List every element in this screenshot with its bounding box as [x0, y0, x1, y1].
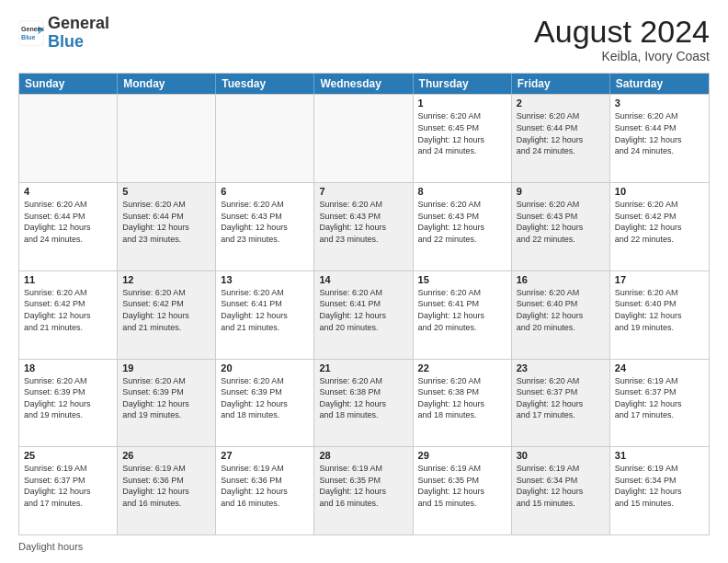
calendar-cell: 6Sunrise: 6:20 AM Sunset: 6:43 PM Daylig…: [216, 183, 314, 270]
day-number: 15: [418, 274, 506, 285]
cell-info: Sunrise: 6:19 AM Sunset: 6:34 PM Dayligh…: [517, 463, 605, 509]
calendar-cell: 11Sunrise: 6:20 AM Sunset: 6:42 PM Dayli…: [19, 271, 118, 359]
month-year: August 2024: [534, 15, 710, 49]
cell-info: Sunrise: 6:20 AM Sunset: 6:40 PM Dayligh…: [517, 287, 605, 333]
calendar-cell: 29Sunrise: 6:19 AM Sunset: 6:35 PM Dayli…: [414, 447, 512, 534]
day-number: 28: [319, 450, 407, 461]
day-number: 29: [418, 450, 506, 461]
calendar-cell: 19Sunrise: 6:20 AM Sunset: 6:39 PM Dayli…: [118, 360, 216, 447]
calendar-row: 11Sunrise: 6:20 AM Sunset: 6:42 PM Dayli…: [19, 270, 709, 359]
calendar-row: 4Sunrise: 6:20 AM Sunset: 6:44 PM Daylig…: [19, 182, 709, 270]
calendar-cell: 14Sunrise: 6:20 AM Sunset: 6:41 PM Dayli…: [314, 271, 413, 359]
calendar-cell: 17Sunrise: 6:20 AM Sunset: 6:40 PM Dayli…: [610, 271, 709, 359]
calendar-cell: 22Sunrise: 6:20 AM Sunset: 6:38 PM Dayli…: [414, 360, 512, 447]
cell-info: Sunrise: 6:19 AM Sunset: 6:36 PM Dayligh…: [122, 463, 210, 509]
cell-info: Sunrise: 6:20 AM Sunset: 6:42 PM Dayligh…: [615, 199, 704, 245]
cell-info: Sunrise: 6:20 AM Sunset: 6:42 PM Dayligh…: [122, 287, 210, 333]
header: General Blue General Blue August 2024 Ke…: [18, 15, 710, 63]
calendar-row: 18Sunrise: 6:20 AM Sunset: 6:39 PM Dayli…: [19, 359, 709, 447]
title-block: August 2024 Keibla, Ivory Coast: [534, 15, 710, 63]
calendar-cell: 4Sunrise: 6:20 AM Sunset: 6:44 PM Daylig…: [19, 183, 118, 270]
cell-info: Sunrise: 6:20 AM Sunset: 6:44 PM Dayligh…: [122, 199, 210, 245]
cell-info: Sunrise: 6:20 AM Sunset: 6:42 PM Dayligh…: [24, 287, 112, 333]
calendar-cell: 2Sunrise: 6:20 AM Sunset: 6:44 PM Daylig…: [512, 95, 610, 182]
calendar-cell: 15Sunrise: 6:20 AM Sunset: 6:41 PM Dayli…: [414, 271, 512, 359]
calendar-cell: [118, 95, 216, 182]
cell-info: Sunrise: 6:20 AM Sunset: 6:43 PM Dayligh…: [517, 199, 605, 245]
day-number: 27: [221, 450, 309, 461]
day-number: 10: [615, 186, 704, 197]
calendar-cell: 31Sunrise: 6:19 AM Sunset: 6:34 PM Dayli…: [610, 447, 709, 534]
calendar-cell: 8Sunrise: 6:20 AM Sunset: 6:43 PM Daylig…: [414, 183, 512, 270]
calendar-cell: 5Sunrise: 6:20 AM Sunset: 6:44 PM Daylig…: [118, 183, 216, 270]
calendar-cell: [19, 95, 118, 182]
calendar: SundayMondayTuesdayWednesdayThursdayFrid…: [18, 73, 710, 535]
day-number: 30: [517, 450, 605, 461]
calendar-body: 1Sunrise: 6:20 AM Sunset: 6:45 PM Daylig…: [19, 94, 709, 534]
calendar-cell: [314, 95, 413, 182]
cell-info: Sunrise: 6:20 AM Sunset: 6:39 PM Dayligh…: [221, 375, 309, 421]
cell-info: Sunrise: 6:20 AM Sunset: 6:39 PM Dayligh…: [122, 375, 210, 421]
day-number: 21: [319, 362, 407, 373]
day-number: 9: [517, 186, 605, 197]
day-number: 17: [615, 274, 704, 285]
calendar-cell: 30Sunrise: 6:19 AM Sunset: 6:34 PM Dayli…: [512, 447, 610, 534]
calendar-cell: 24Sunrise: 6:19 AM Sunset: 6:37 PM Dayli…: [610, 360, 709, 447]
cell-info: Sunrise: 6:19 AM Sunset: 6:36 PM Dayligh…: [221, 463, 309, 509]
calendar-cell: 28Sunrise: 6:19 AM Sunset: 6:35 PM Dayli…: [314, 447, 413, 534]
calendar-cell: 27Sunrise: 6:19 AM Sunset: 6:36 PM Dayli…: [216, 447, 314, 534]
day-number: 26: [122, 450, 210, 461]
calendar-cell: 26Sunrise: 6:19 AM Sunset: 6:36 PM Dayli…: [118, 447, 216, 534]
day-number: 14: [319, 274, 407, 285]
calendar-cell: 7Sunrise: 6:20 AM Sunset: 6:43 PM Daylig…: [314, 183, 413, 270]
calendar-cell: 16Sunrise: 6:20 AM Sunset: 6:40 PM Dayli…: [512, 271, 610, 359]
calendar-row: 25Sunrise: 6:19 AM Sunset: 6:37 PM Dayli…: [19, 446, 709, 534]
cell-info: Sunrise: 6:20 AM Sunset: 6:38 PM Dayligh…: [418, 375, 506, 421]
cell-info: Sunrise: 6:20 AM Sunset: 6:40 PM Dayligh…: [615, 287, 704, 333]
page: General Blue General Blue August 2024 Ke…: [0, 0, 728, 563]
logo: General Blue General Blue: [18, 15, 109, 52]
svg-text:Blue: Blue: [21, 34, 35, 40]
day-number: 5: [122, 186, 210, 197]
day-number: 31: [615, 450, 704, 461]
calendar-cell: 10Sunrise: 6:20 AM Sunset: 6:42 PM Dayli…: [610, 183, 709, 270]
calendar-cell: 1Sunrise: 6:20 AM Sunset: 6:45 PM Daylig…: [414, 95, 512, 182]
cell-info: Sunrise: 6:20 AM Sunset: 6:41 PM Dayligh…: [319, 287, 407, 333]
daylight-hours-label: Daylight hours: [18, 541, 83, 552]
logo-blue-text: Blue: [48, 32, 84, 51]
day-number: 8: [418, 186, 506, 197]
day-number: 12: [122, 274, 210, 285]
cell-info: Sunrise: 6:20 AM Sunset: 6:38 PM Dayligh…: [319, 375, 407, 421]
calendar-cell: 20Sunrise: 6:20 AM Sunset: 6:39 PM Dayli…: [216, 360, 314, 447]
logo-general-text: General: [48, 14, 109, 32]
cell-info: Sunrise: 6:20 AM Sunset: 6:39 PM Dayligh…: [24, 375, 112, 421]
day-number: 20: [221, 362, 309, 373]
day-number: 23: [517, 362, 605, 373]
calendar-cell: 13Sunrise: 6:20 AM Sunset: 6:41 PM Dayli…: [216, 271, 314, 359]
calendar-cell: 9Sunrise: 6:20 AM Sunset: 6:43 PM Daylig…: [512, 183, 610, 270]
cell-info: Sunrise: 6:19 AM Sunset: 6:37 PM Dayligh…: [615, 375, 704, 421]
calendar-cell: 25Sunrise: 6:19 AM Sunset: 6:37 PM Dayli…: [19, 447, 118, 534]
cell-info: Sunrise: 6:20 AM Sunset: 6:37 PM Dayligh…: [517, 375, 605, 421]
calendar-header-cell: Friday: [512, 74, 610, 94]
day-number: 3: [615, 98, 704, 109]
cell-info: Sunrise: 6:20 AM Sunset: 6:44 PM Dayligh…: [517, 110, 605, 156]
calendar-header-cell: Tuesday: [216, 74, 314, 94]
day-number: 11: [24, 274, 112, 285]
day-number: 7: [319, 186, 407, 197]
cell-info: Sunrise: 6:20 AM Sunset: 6:44 PM Dayligh…: [615, 110, 704, 156]
day-number: 6: [221, 186, 309, 197]
cell-info: Sunrise: 6:20 AM Sunset: 6:41 PM Dayligh…: [418, 287, 506, 333]
calendar-header-cell: Wednesday: [314, 74, 413, 94]
calendar-row: 1Sunrise: 6:20 AM Sunset: 6:45 PM Daylig…: [19, 94, 709, 182]
calendar-header-cell: Sunday: [19, 74, 118, 94]
cell-info: Sunrise: 6:19 AM Sunset: 6:35 PM Dayligh…: [418, 463, 506, 509]
calendar-header: SundayMondayTuesdayWednesdayThursdayFrid…: [19, 74, 709, 94]
day-number: 4: [24, 186, 112, 197]
cell-info: Sunrise: 6:20 AM Sunset: 6:44 PM Dayligh…: [24, 199, 112, 245]
day-number: 19: [122, 362, 210, 373]
calendar-cell: [216, 95, 314, 182]
day-number: 24: [615, 362, 704, 373]
cell-info: Sunrise: 6:20 AM Sunset: 6:43 PM Dayligh…: [418, 199, 506, 245]
cell-info: Sunrise: 6:20 AM Sunset: 6:43 PM Dayligh…: [319, 199, 407, 245]
